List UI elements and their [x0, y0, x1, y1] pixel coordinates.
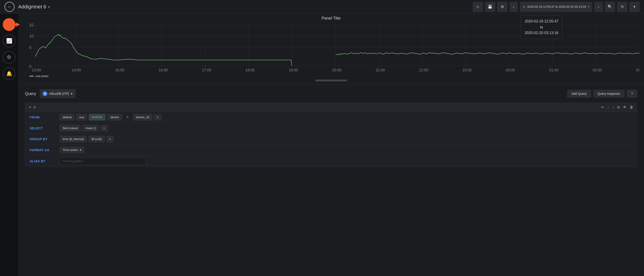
sidebar-item-chart[interactable]: 📈: [3, 35, 16, 47]
panel-area: Panel Title 15 10 5 0: [18, 14, 644, 276]
sidebar: 📈 ⚙ 🔔: [0, 14, 18, 276]
legend-label: uva.mean: [36, 74, 48, 78]
query-rows: FROM default uva WHERE device = device_1…: [25, 112, 637, 167]
svg-text:0: 0: [29, 64, 31, 69]
select-add-button[interactable]: +: [100, 125, 108, 131]
svg-text:15:00: 15:00: [115, 68, 124, 72]
back-button[interactable]: ←: [4, 2, 14, 12]
select-row: SELECT field (value) mean () +: [25, 123, 637, 134]
time-prev-button[interactable]: ‹: [510, 2, 518, 12]
svg-marker-1: [16, 23, 20, 27]
svg-text:10: 10: [29, 34, 34, 39]
sidebar-item-alerts[interactable]: 🔔: [3, 67, 16, 80]
gear-icon: ⚙: [7, 54, 11, 60]
from-default-tag[interactable]: default: [60, 114, 74, 121]
select-content: field (value) mean () +: [57, 123, 637, 133]
where-field-tag[interactable]: device: [108, 114, 122, 121]
zoom-out-button[interactable]: 🔍: [605, 2, 615, 12]
collapse-icon: ▼: [29, 106, 32, 109]
formatas-content: Time series ▾: [57, 145, 637, 155]
select-mean-tag[interactable]: mean (): [83, 125, 99, 131]
chart-scrollbar[interactable]: [315, 80, 347, 81]
refresh-icon: ↻: [621, 5, 624, 9]
svg-text:00:00: 00:00: [506, 68, 515, 72]
more-menu-button[interactable]: ▾: [630, 2, 640, 12]
settings-button[interactable]: ⚙: [497, 2, 507, 12]
move-down-icon[interactable]: ↓: [607, 105, 609, 109]
bell-icon: 🔔: [6, 71, 12, 77]
groupby-time-tag[interactable]: time ($_interval): [60, 136, 87, 142]
sidebar-active-arrow: [16, 23, 20, 27]
chevron-right-icon: ›: [598, 5, 599, 9]
chevron-down-icon: ▾: [634, 5, 635, 9]
svg-text:17:00: 17:00: [202, 68, 211, 72]
query-editor: Query ✦ InfluxDB (ITP) ▾ Add Query Query…: [18, 85, 644, 276]
svg-text:19:00: 19:00: [289, 68, 298, 72]
visibility-icon[interactable]: 👁: [623, 105, 626, 109]
dashboard-title-text: Addigmnet 6: [18, 4, 46, 10]
svg-point-0: [7, 22, 11, 24]
sidebar-item-settings[interactable]: ⚙: [3, 51, 16, 64]
alias-input[interactable]: [60, 157, 146, 165]
where-add-button[interactable]: +: [154, 114, 161, 121]
chart-icon: 📈: [6, 38, 12, 44]
where-value-tag[interactable]: device_18: [133, 114, 152, 121]
clock-icon: ⊙: [523, 5, 526, 9]
refresh-button[interactable]: ↻: [617, 2, 627, 12]
groupby-label: GROUP BY: [25, 135, 57, 144]
query-block-a: ▼ A ✏ ↓ ↑ ⧉ 👁 🗑 FROM: [25, 103, 637, 167]
edit-icon[interactable]: ✏: [601, 105, 604, 109]
datasource-selector[interactable]: ✦ InfluxDB (ITP) ▾: [40, 89, 76, 98]
move-up-icon[interactable]: ↑: [612, 105, 614, 109]
svg-text:16:00: 16:00: [159, 68, 168, 72]
where-keyword[interactable]: WHERE: [89, 114, 106, 121]
svg-text:13:00: 13:00: [32, 68, 41, 72]
save-icon: 💾: [488, 5, 492, 9]
sidebar-item-data[interactable]: [3, 18, 16, 31]
from-label: FROM: [25, 113, 57, 122]
tooltip-line3: 2020-02-20 03:13:16: [524, 31, 558, 35]
formatas-row: FORMAT AS Time series ▾: [25, 145, 637, 155]
from-row: FROM default uva WHERE device = device_1…: [25, 112, 637, 123]
groupby-content: time ($_interval) fill (null) +: [57, 134, 637, 144]
delete-icon[interactable]: 🗑: [630, 105, 633, 109]
select-field-tag[interactable]: field (value): [60, 125, 81, 131]
svg-text:5: 5: [29, 45, 31, 50]
aliasBy-row: ALIAS BY: [25, 155, 637, 167]
header-left: ← Addigmnet 6 ▾: [4, 2, 50, 12]
database-icon: [6, 21, 12, 28]
query-header: Query ✦ InfluxDB (ITP) ▾ Add Query Query…: [25, 89, 637, 98]
copy-icon[interactable]: ⧉: [617, 105, 620, 109]
datasource-icon: ✦: [43, 91, 47, 96]
groupby-add-button[interactable]: +: [106, 136, 114, 142]
query-label: Query: [25, 91, 36, 96]
time-range-picker[interactable]: ⊙ 2020-02-19 12:55:47 to 2020-02-20 03:1…: [520, 2, 592, 12]
svg-text:20:00: 20:00: [332, 68, 341, 72]
dashboard-title[interactable]: Addigmnet 6 ▾: [18, 4, 50, 10]
query-inspector-button[interactable]: Query Inspector: [593, 90, 625, 98]
groupby-fill-tag[interactable]: fill (null): [88, 136, 105, 142]
top-header: ← Addigmnet 6 ▾ ⎋ 💾 ⚙ ‹ ⊙ 2020-02-19 12:…: [0, 0, 644, 14]
gear-icon: ⚙: [501, 5, 504, 9]
aliasBy-content: [57, 155, 637, 167]
time-range-text: 2020-02-19 12:55:47 to 2020-02-20 03:13:…: [527, 5, 586, 9]
format-select[interactable]: Time series ▾: [60, 147, 84, 153]
add-query-button[interactable]: Add Query: [567, 90, 591, 98]
query-block-id: A: [34, 105, 36, 109]
help-button[interactable]: ?: [627, 90, 637, 98]
from-content: default uva WHERE device = device_18 +: [57, 112, 637, 122]
query-block-label[interactable]: ▼ A: [29, 105, 36, 109]
save-button[interactable]: 💾: [485, 2, 495, 12]
query-block-header: ▼ A ✏ ↓ ↑ ⧉ 👁 🗑: [25, 103, 637, 112]
main-content: 📈 ⚙ 🔔 Panel Title 15 10 5 0: [0, 14, 644, 276]
zoom-icon: 🔍: [608, 5, 612, 9]
svg-text:03:00: 03:00: [636, 68, 640, 72]
datasource-name: InfluxDB (ITP): [49, 92, 69, 96]
svg-text:01:00: 01:00: [549, 68, 558, 72]
share-button[interactable]: ⎋: [473, 2, 483, 12]
tooltip-line1: 2020-02-19 12:55:47: [524, 19, 558, 23]
time-next-button[interactable]: ›: [594, 2, 603, 12]
from-measurement-tag[interactable]: uva: [76, 114, 87, 121]
share-icon: ⎋: [477, 5, 479, 9]
svg-text:15: 15: [29, 23, 34, 28]
